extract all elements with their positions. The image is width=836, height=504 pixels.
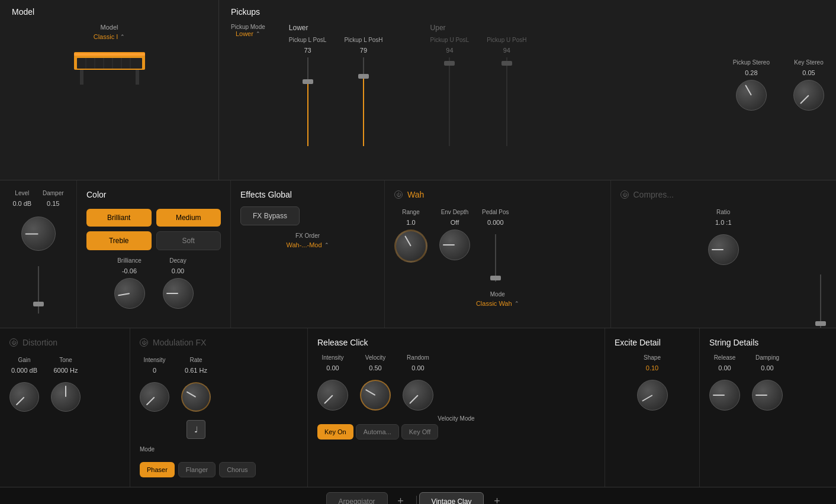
lower-label: Lower: [289, 24, 383, 32]
compressor-thumb[interactable]: [815, 321, 826, 326]
modulation-rate-knob[interactable]: [181, 382, 211, 412]
color-buttons: Brilliant Medium Treble Soft: [86, 209, 221, 250]
model-dropdown[interactable]: Classic I ⌃: [94, 33, 126, 40]
pickup-l-posh-slider[interactable]: [358, 57, 369, 146]
note-sync-button[interactable]: ♩: [187, 420, 205, 439]
pickup-mode-col: Pickup Mode Lower ⌃: [231, 24, 265, 37]
svg-rect-4: [77, 58, 142, 69]
level-damper-row: Level 0.0 dB Damper 0.15: [7, 190, 69, 207]
damper-thumb[interactable]: [33, 302, 44, 306]
tone-label: Tone: [59, 357, 72, 363]
fx-bypass-button[interactable]: FX Bypass: [240, 206, 300, 225]
string-damping-knob[interactable]: [752, 380, 783, 411]
tab-arpeggiator[interactable]: Arpeggiator: [326, 492, 388, 505]
color-panel: Color Brilliant Medium Treble Soft Brill…: [77, 180, 231, 328]
modulation-header: ⏻ Modulation FX: [140, 338, 298, 347]
fx-order-dropdown[interactable]: Wah-...-Mod ⌃: [240, 241, 375, 248]
add-tab-2-button[interactable]: +: [488, 493, 505, 505]
pickup-l-posh-thumb[interactable]: [358, 74, 369, 79]
wah-pedal-track: [495, 234, 496, 282]
modulation-intensity-value: 0: [153, 367, 156, 374]
decay-knob[interactable]: [163, 278, 194, 309]
soft-button[interactable]: Soft: [156, 231, 221, 250]
velocity-mode-label: Velocity Mode: [317, 415, 595, 422]
key-on-button[interactable]: Key On: [317, 424, 353, 440]
pickup-u-posh-label: Pickup U PosH: [487, 37, 526, 43]
damper-slider[interactable]: [33, 266, 44, 314]
flanger-button[interactable]: Flanger: [178, 462, 216, 477]
phaser-button[interactable]: Phaser: [140, 462, 175, 477]
svg-rect-3: [136, 70, 139, 85]
pickup-stereo-value: 0.28: [745, 69, 757, 76]
shape-knob[interactable]: [637, 380, 668, 411]
wah-pedal-thumb[interactable]: [490, 276, 501, 280]
tone-col: Tone 6000 Hz: [51, 357, 81, 412]
pickup-mode-label: Pickup Mode: [231, 24, 265, 30]
add-tab-1-button[interactable]: +: [393, 493, 409, 505]
pickup-mode-dropdown[interactable]: Lower ⌃: [236, 30, 261, 37]
release-velocity-knob[interactable]: [360, 380, 391, 411]
key-stereo-indicator: [800, 95, 809, 104]
modulation-intensity-knob[interactable]: [140, 382, 169, 412]
pickup-l-posh-track-active: [363, 76, 364, 147]
wah-mode-dropdown[interactable]: Classic Wah ⌃: [476, 300, 519, 307]
effects-global-panel: Effects Global FX Bypass FX Order Wah-..…: [231, 180, 385, 328]
compressor-panel: ⏻ Compres... Ratio 1.0 :1: [611, 180, 837, 328]
wah-range-value: 1.0: [406, 219, 415, 226]
release-click-title: Release Click: [317, 338, 595, 347]
pickup-u-posl-track: [449, 57, 450, 146]
automa-button[interactable]: Automa...: [356, 424, 399, 440]
wah-pedal-slider[interactable]: [490, 234, 501, 282]
string-release-value: 0.00: [718, 364, 731, 371]
compressor-slider[interactable]: [815, 274, 827, 328]
wah-pedal-pos-value: 0.000: [487, 219, 504, 226]
ratio-knob[interactable]: [708, 234, 739, 265]
wah-env-depth-knob[interactable]: [439, 230, 470, 260]
modulation-sub-row: Intensity 0 Rate 0.61 Hz ♩: [140, 357, 298, 439]
tone-knob[interactable]: [51, 382, 81, 412]
release-intensity-knob[interactable]: [317, 380, 348, 411]
brilliance-value: -0.06: [122, 267, 137, 274]
pickup-l-posl-slider[interactable]: [302, 57, 314, 146]
model-value: Classic I: [94, 33, 118, 40]
modulation-power-button[interactable]: ⏻: [140, 338, 148, 347]
key-off-button[interactable]: Key Off: [401, 424, 438, 440]
treble-button[interactable]: Treble: [86, 231, 152, 250]
chorus-button[interactable]: Chorus: [219, 462, 255, 477]
gain-knob[interactable]: [9, 382, 39, 412]
wah-env-depth-indicator: [443, 244, 455, 245]
string-release-knob[interactable]: [709, 380, 740, 411]
pickup-l-posl-thumb[interactable]: [303, 79, 313, 84]
pickup-u-posl-thumb[interactable]: [444, 61, 455, 66]
brilliance-knob[interactable]: [114, 278, 145, 309]
distortion-power-button[interactable]: ⏻: [9, 338, 18, 347]
tab-vintage-clav[interactable]: Vintage Clav: [419, 492, 484, 505]
modulation-title: Modulation FX: [153, 338, 206, 347]
pickup-l-posl-col: Pickup L PosL 73: [289, 37, 327, 146]
level-damper-panel: Level 0.0 dB Damper 0.15: [0, 180, 77, 328]
color-title: Color: [86, 190, 221, 199]
pickup-u-posh-col: Pickup U PosH 94: [487, 37, 526, 146]
pickup-u-posh-track: [506, 57, 507, 146]
brilliant-button[interactable]: Brilliant: [86, 209, 152, 227]
key-stereo-knob[interactable]: [793, 80, 824, 111]
pickup-stereo-col: Pickup Stereo 0.28: [733, 59, 770, 111]
compressor-title: Compres...: [634, 190, 674, 199]
lower-section: Lower Pickup L PosL 73: [289, 24, 383, 146]
modulation-intensity-col: Intensity 0: [140, 357, 169, 439]
wah-range-col: Range 1.0: [394, 209, 427, 263]
gain-value: 0.000 dB: [11, 367, 37, 374]
wah-power-button[interactable]: ⏻: [394, 190, 403, 199]
pickup-u-posh-slider[interactable]: [501, 57, 513, 146]
gain-col: Gain 0.000 dB: [9, 357, 39, 412]
shape-indicator: [642, 395, 652, 402]
compressor-power-button[interactable]: ⏻: [620, 190, 629, 199]
medium-button[interactable]: Medium: [156, 209, 221, 227]
release-random-knob[interactable]: [403, 380, 433, 411]
pickup-u-posh-thumb[interactable]: [501, 61, 512, 66]
wah-range-knob[interactable]: [394, 230, 427, 263]
level-value: 0.0 dB: [12, 200, 31, 207]
pickup-u-posl-slider[interactable]: [443, 57, 455, 146]
level-knob[interactable]: [21, 217, 56, 251]
pickup-stereo-knob[interactable]: [736, 80, 767, 111]
